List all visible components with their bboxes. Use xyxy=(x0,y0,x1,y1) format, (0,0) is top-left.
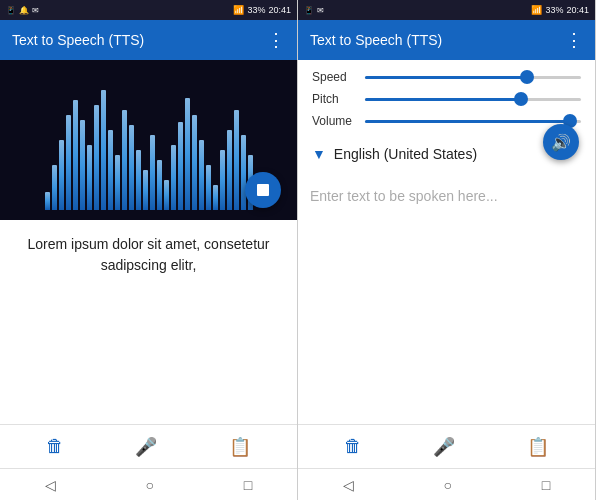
visualizer-bar xyxy=(59,140,64,210)
mic-icon-right[interactable]: 🎤 xyxy=(433,436,455,458)
visualizer-bar xyxy=(220,150,225,210)
status-bar-left: 📱 🔔 ✉ 📶 33% 20:41 xyxy=(0,0,297,20)
visualizer-area xyxy=(0,60,297,220)
wifi-icon: 📶 xyxy=(233,5,244,15)
menu-icon-right[interactable]: ⋮ xyxy=(565,29,583,51)
visualizer-bar xyxy=(171,145,176,210)
right-panel: 📱 ✉ 📶 33% 20:41 Text to Speech (TTS) ⋮ S… xyxy=(298,0,596,500)
text-area-left[interactable]: Lorem ipsum dolor sit amet, consetetur s… xyxy=(0,220,297,424)
home-button-left[interactable]: ○ xyxy=(146,477,154,493)
app-header-right: Text to Speech (TTS) ⋮ xyxy=(298,20,595,60)
visualizer-bar xyxy=(87,145,92,210)
status-left-icons-right: 📱 ✉ xyxy=(304,6,324,15)
menu-icon-left[interactable]: ⋮ xyxy=(267,29,285,51)
mail-icon-right: ✉ xyxy=(317,6,324,15)
mic-icon-left[interactable]: 🎤 xyxy=(135,436,157,458)
slider-track-speed[interactable] xyxy=(365,76,581,79)
stop-button[interactable] xyxy=(245,172,281,208)
status-right-icons-right: 📶 33% 20:41 xyxy=(531,5,589,15)
back-button-left[interactable]: ◁ xyxy=(45,477,56,493)
slider-thumb-speed[interactable] xyxy=(520,70,534,84)
visualizer-bar xyxy=(164,180,169,210)
bell-icon: 🔔 xyxy=(19,6,29,15)
status-left-icons: 📱 🔔 ✉ xyxy=(6,6,39,15)
app-header-left: Text to Speech (TTS) ⋮ xyxy=(0,20,297,60)
battery-text-right: 33% xyxy=(545,5,563,15)
back-button-right[interactable]: ◁ xyxy=(343,477,354,493)
phone-icon-right: 📱 xyxy=(304,6,314,15)
bottom-toolbar-left: 🗑 🎤 📋 xyxy=(0,424,297,468)
visualizer-bar xyxy=(192,115,197,210)
recent-button-left[interactable]: □ xyxy=(244,477,252,493)
app-title-right: Text to Speech (TTS) xyxy=(310,32,442,48)
slider-fill-pitch xyxy=(365,98,521,101)
slider-label-speed: Speed xyxy=(312,70,357,84)
visualizer-bar xyxy=(80,120,85,210)
visualizer-bar xyxy=(178,122,183,210)
visualizer-bar xyxy=(143,170,148,210)
status-right-icons: 📶 33% 20:41 xyxy=(233,5,291,15)
trash-icon-right[interactable]: 🗑 xyxy=(344,436,362,457)
slider-fill-volume xyxy=(365,120,570,123)
trash-icon-left[interactable]: 🗑 xyxy=(46,436,64,457)
time-right: 20:41 xyxy=(566,5,589,15)
left-panel: 📱 🔔 ✉ 📶 33% 20:41 Text to Speech (TTS) ⋮… xyxy=(0,0,298,500)
time-left: 20:41 xyxy=(268,5,291,15)
mail-icon: ✉ xyxy=(32,6,39,15)
visualizer-bar xyxy=(108,130,113,210)
stop-icon xyxy=(257,184,269,196)
visualizer-bar xyxy=(136,150,141,210)
visualizer-bar xyxy=(101,90,106,210)
slider-row-speed: Speed xyxy=(312,70,581,84)
visualizer-bar xyxy=(213,185,218,210)
home-button-right[interactable]: ○ xyxy=(444,477,452,493)
visualizer-bar xyxy=(150,135,155,210)
slider-row-pitch: Pitch xyxy=(312,92,581,106)
clipboard-icon-right[interactable]: 📋 xyxy=(527,436,549,458)
slider-track-pitch[interactable] xyxy=(365,98,581,101)
visualizer-bar xyxy=(157,160,162,210)
text-content-left: Lorem ipsum dolor sit amet, consetetur s… xyxy=(12,234,285,276)
visualizer-bar xyxy=(94,105,99,210)
visualizer-bar xyxy=(241,135,246,210)
visualizer-bar xyxy=(73,100,78,210)
bottom-toolbar-right: 🗑 🎤 📋 xyxy=(298,424,595,468)
slider-thumb-pitch[interactable] xyxy=(514,92,528,106)
slider-label-volume: Volume xyxy=(312,114,357,128)
visualizer-bar xyxy=(45,192,50,210)
nav-bar-right: ◁ ○ □ xyxy=(298,468,595,500)
visualizer-bar xyxy=(52,165,57,210)
text-area-right[interactable]: Enter text to be spoken here... xyxy=(298,172,595,424)
visualizer-bar xyxy=(185,98,190,210)
clipboard-icon-left[interactable]: 📋 xyxy=(229,436,251,458)
speaker-button[interactable]: 🔊 xyxy=(543,124,579,160)
text-placeholder-right: Enter text to be spoken here... xyxy=(310,186,583,207)
visualizer-bar xyxy=(234,110,239,210)
slider-track-volume[interactable] xyxy=(365,120,581,123)
visualizer-bar xyxy=(115,155,120,210)
visualizer-bar xyxy=(66,115,71,210)
status-bar-right: 📱 ✉ 📶 33% 20:41 xyxy=(298,0,595,20)
app-title-left: Text to Speech (TTS) xyxy=(12,32,144,48)
phone-icon: 📱 xyxy=(6,6,16,15)
slider-fill-speed xyxy=(365,76,527,79)
visualizer-bar xyxy=(199,140,204,210)
dropdown-arrow[interactable]: ▼ xyxy=(312,146,326,162)
visualizer-bar xyxy=(227,130,232,210)
wifi-icon-right: 📶 xyxy=(531,5,542,15)
visualizer-bar xyxy=(129,125,134,210)
recent-button-right[interactable]: □ xyxy=(542,477,550,493)
slider-row-volume: Volume xyxy=(312,114,581,128)
language-text[interactable]: English (United States) xyxy=(334,146,477,162)
slider-label-pitch: Pitch xyxy=(312,92,357,106)
battery-text: 33% xyxy=(247,5,265,15)
nav-bar-left: ◁ ○ □ xyxy=(0,468,297,500)
visualizer-bar xyxy=(206,165,211,210)
speaker-icon: 🔊 xyxy=(551,133,571,152)
settings-area-wrap: SpeedPitchVolume ▼ English (United State… xyxy=(298,60,595,172)
visualizer-bar xyxy=(122,110,127,210)
